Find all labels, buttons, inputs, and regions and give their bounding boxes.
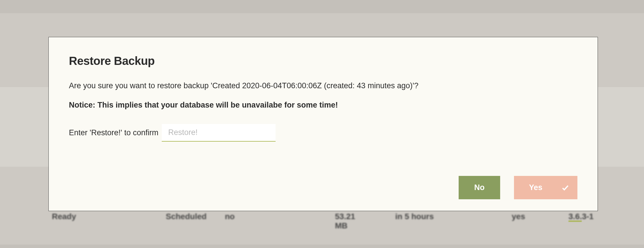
yes-button[interactable]: Yes (514, 176, 577, 199)
modal-footer: No Yes (69, 170, 577, 199)
confirm-input-row: Enter 'Restore!' to confirm (69, 124, 577, 142)
check-icon (561, 184, 569, 192)
bg-version: 3.6.3-1 (568, 212, 594, 221)
bg-encrypted: no (225, 212, 235, 221)
bg-size: 53.21 MB (335, 212, 370, 230)
confirm-input-label: Enter 'Restore!' to confirm (69, 128, 158, 137)
bg-schedule: Scheduled (166, 212, 207, 221)
confirm-question: Are you sure you want to restore backup … (69, 81, 577, 90)
bg-next: in 5 hours (395, 212, 434, 221)
restore-backup-modal: Restore Backup Are you sure you want to … (48, 37, 598, 211)
no-button[interactable]: No (459, 176, 500, 199)
modal-body: Are you sure you want to restore backup … (69, 81, 577, 170)
bg-retain: yes (512, 212, 525, 221)
confirm-input[interactable] (162, 124, 276, 142)
version-underline (568, 221, 582, 222)
bg-status: Ready (52, 212, 76, 221)
modal-title: Restore Backup (69, 55, 577, 67)
notice-text: Notice: This implies that your database … (69, 101, 577, 110)
yes-button-label: Yes (529, 183, 561, 192)
